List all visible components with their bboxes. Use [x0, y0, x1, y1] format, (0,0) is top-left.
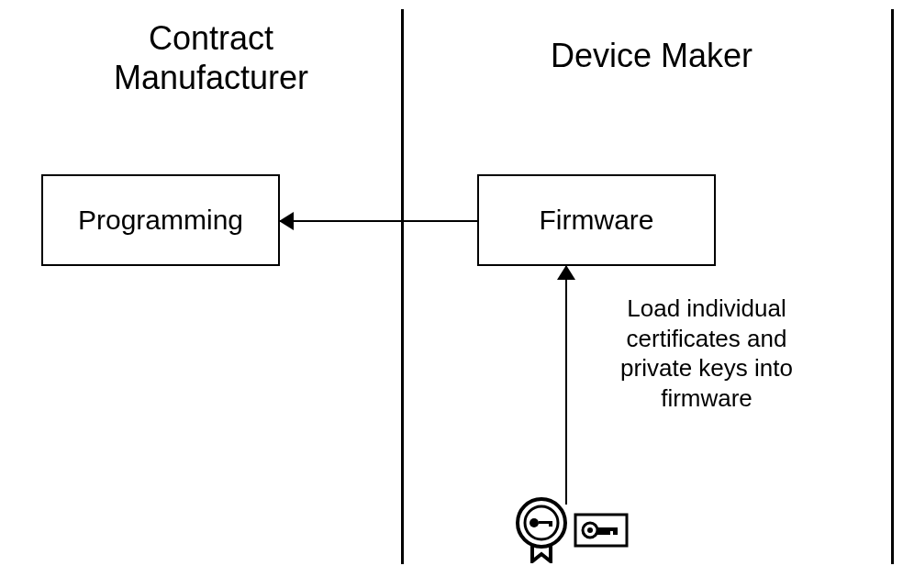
- firmware-box: Firmware: [477, 174, 716, 266]
- svg-point-2: [530, 518, 539, 527]
- left-section-title: Contract Manufacturer: [92, 18, 330, 97]
- firmware-label: Firmware: [540, 205, 654, 236]
- diagram-container: Contract Manufacturer Device Maker Progr…: [0, 0, 903, 588]
- programming-box: Programming: [41, 174, 280, 266]
- certificate-key-icon: [514, 497, 569, 563]
- programming-label: Programming: [78, 205, 243, 236]
- annotation-text: Load individual certificates and private…: [592, 294, 821, 413]
- key-card-icon: [574, 513, 629, 548]
- crypto-icons-group: [514, 497, 629, 563]
- arrow-keys-to-firmware: [565, 266, 567, 505]
- vertical-divider-right: [891, 9, 894, 564]
- svg-point-5: [587, 527, 593, 533]
- vertical-divider: [401, 9, 404, 564]
- arrow-firmware-to-programming: [280, 220, 477, 222]
- right-section-title: Device Maker: [514, 37, 789, 75]
